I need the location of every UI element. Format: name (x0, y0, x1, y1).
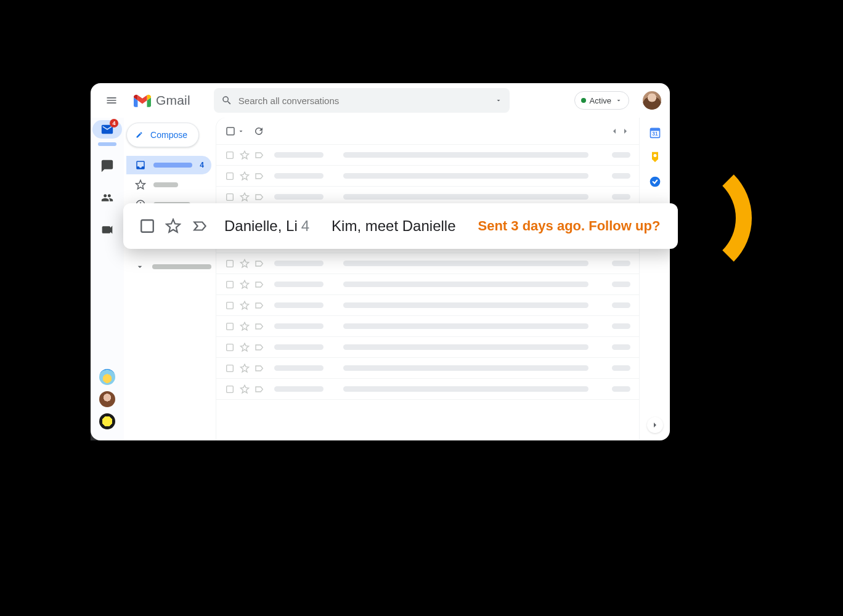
email-row-placeholder[interactable] (216, 295, 639, 316)
email-sender: Danielle, Li (224, 217, 298, 235)
search-options-icon[interactable] (495, 97, 502, 104)
chevron-down-icon (615, 97, 622, 104)
app-rail: 4 (91, 118, 124, 440)
email-row-placeholder[interactable] (216, 379, 639, 400)
search-bar[interactable] (214, 88, 510, 113)
compose-label: Compose (150, 130, 187, 140)
label-icon (255, 384, 264, 394)
select-all-control[interactable] (225, 126, 245, 137)
rail-meet-button[interactable] (95, 217, 120, 242)
search-input[interactable] (238, 95, 495, 106)
email-row-placeholder[interactable] (216, 253, 639, 274)
rail-chat-button[interactable] (95, 153, 120, 178)
star-icon (240, 322, 250, 331)
compose-button[interactable]: Compose (126, 123, 199, 147)
svg-rect-3 (227, 172, 234, 179)
star-icon (135, 179, 146, 190)
search-icon (221, 95, 232, 106)
label-icon (255, 280, 264, 290)
mail-badge: 4 (110, 119, 118, 128)
rail-spaces-button[interactable] (95, 185, 120, 210)
app-body: 4 Compose (91, 118, 670, 440)
nav-inbox[interactable]: 4 (126, 156, 211, 174)
gmail-window: Gmail Active 4 (91, 83, 670, 440)
label-icon (255, 259, 264, 269)
email-nudge: Sent 3 days ago. Follow up? (478, 218, 661, 234)
refresh-icon[interactable] (253, 126, 264, 137)
contact-avatar-2[interactable] (99, 391, 115, 407)
svg-rect-11 (227, 386, 234, 392)
star-icon (240, 259, 250, 269)
nav-starred[interactable] (126, 176, 211, 194)
pencil-icon (136, 129, 143, 140)
star-icon (240, 363, 250, 373)
label-icon (255, 322, 264, 331)
gmail-logo-icon (134, 94, 151, 107)
checkbox-icon (225, 259, 235, 269)
keep-icon[interactable] (649, 151, 661, 163)
email-row-placeholder[interactable] (216, 358, 639, 379)
gmail-logo-area[interactable]: Gmail (134, 93, 190, 108)
checkbox-icon (225, 192, 235, 202)
star-icon (240, 342, 250, 352)
chevron-down-icon (135, 262, 145, 272)
email-list-pane (216, 118, 639, 440)
email-subject: Kim, meet Danielle (332, 217, 455, 235)
svg-text:31: 31 (652, 131, 658, 137)
svg-point-15 (653, 154, 656, 157)
svg-rect-5 (227, 260, 234, 267)
chevron-right-icon (621, 126, 630, 136)
chevron-right-icon (650, 420, 660, 430)
chevron-left-icon (609, 126, 619, 136)
sidepanel-expand-button[interactable] (647, 417, 663, 433)
hamburger-icon (105, 94, 118, 107)
svg-rect-17 (141, 220, 153, 232)
checkbox-icon (225, 363, 235, 373)
email-row-placeholder[interactable] (216, 316, 639, 337)
checkbox-icon (225, 342, 235, 352)
inbox-count: 4 (200, 161, 204, 169)
highlighted-email-row[interactable]: Danielle, Li 4 Kim, meet Danielle Sent 3… (123, 203, 678, 249)
checkbox-icon (225, 301, 235, 310)
status-dot-icon (581, 98, 586, 103)
important-label-icon[interactable] (191, 218, 210, 234)
star-icon (240, 384, 250, 394)
checkbox-icon (225, 384, 235, 394)
contact-avatar-1[interactable] (99, 369, 115, 385)
email-row-placeholder[interactable] (216, 166, 639, 187)
list-toolbar (216, 118, 639, 145)
checkbox-icon (225, 150, 235, 160)
calendar-icon[interactable]: 31 (649, 126, 661, 139)
label-icon (255, 301, 264, 310)
email-row-placeholder[interactable] (216, 337, 639, 358)
status-chip[interactable]: Active (574, 91, 629, 110)
svg-rect-2 (227, 152, 234, 158)
caret-down-icon (237, 128, 245, 135)
contact-avatar-3[interactable] (99, 413, 115, 429)
pager[interactable] (609, 126, 630, 136)
checkbox-icon (225, 171, 235, 181)
svg-rect-9 (227, 344, 234, 351)
star-icon (240, 192, 250, 202)
checkbox-icon[interactable] (139, 218, 155, 234)
inbox-icon (135, 160, 146, 171)
svg-rect-10 (227, 365, 234, 371)
label-icon (255, 342, 264, 352)
main-menu-button[interactable] (99, 88, 124, 113)
app-header: Gmail Active (91, 83, 670, 118)
email-row-placeholder[interactable] (216, 145, 639, 166)
rail-mail-button[interactable]: 4 (92, 120, 122, 139)
meet-icon (101, 224, 113, 236)
svg-rect-1 (227, 128, 234, 135)
nav-label-placeholder (153, 182, 178, 187)
svg-rect-6 (227, 281, 234, 288)
svg-rect-8 (227, 323, 234, 330)
star-icon (240, 150, 250, 160)
spaces-icon (101, 192, 113, 204)
chat-icon (101, 160, 113, 172)
label-icon (255, 192, 264, 202)
account-avatar[interactable] (643, 91, 661, 110)
email-row-placeholder[interactable] (216, 274, 639, 295)
star-icon[interactable] (165, 218, 181, 234)
nav-more[interactable] (126, 258, 211, 275)
